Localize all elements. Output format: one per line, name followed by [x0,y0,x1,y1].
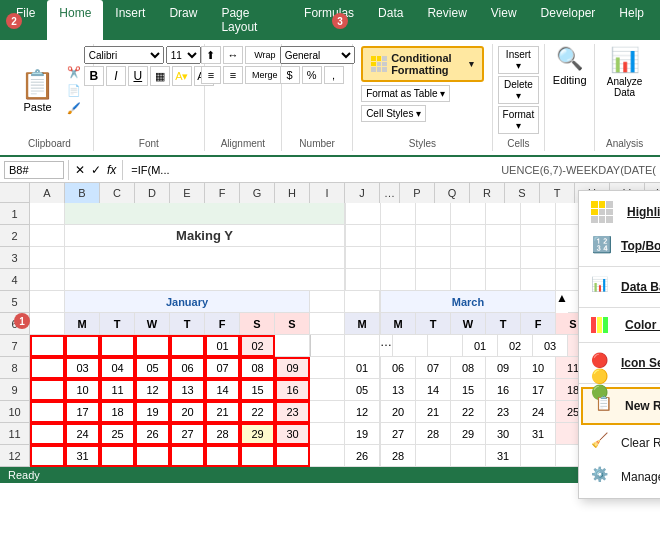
cell-a3[interactable] [30,247,65,269]
cell-j10[interactable]: 12 [345,401,380,423]
cell-e11[interactable]: 27 [170,423,205,445]
col-header-j[interactable]: J [345,183,380,203]
cell-c9[interactable]: 11 [100,379,135,401]
cell-p3[interactable] [346,247,381,269]
cell-mar-w7[interactable]: 01 [463,335,498,357]
cell-i12[interactable] [310,445,345,467]
insert-cells-button[interactable]: Insert ▾ [498,46,540,74]
cell-q3[interactable] [381,247,416,269]
cell-h7[interactable] [275,335,310,357]
cell-mar-2[interactable] [428,335,463,357]
cell-mar-th10[interactable]: 23 [486,401,521,423]
highlight-cells-rules-item[interactable]: Highlight Cells Rules [579,195,660,229]
cell-i8[interactable] [310,357,345,379]
cell-f9[interactable]: 14 [205,379,240,401]
cell-a11[interactable] [30,423,65,445]
col-header-s[interactable]: S [505,183,540,203]
cell-mar-m12[interactable]: 28 [381,445,416,467]
cell-b7[interactable] [65,335,100,357]
col-header-e[interactable]: E [170,183,205,203]
cell-b8[interactable]: 03 [65,357,100,379]
row-header-5[interactable]: 5 [0,291,30,313]
col-header-q[interactable]: Q [435,183,470,203]
align-middle-button[interactable]: ↔ [223,46,243,64]
cell-p2[interactable] [346,225,381,247]
cell-d9[interactable]: 12 [135,379,170,401]
cell-t1[interactable] [486,203,521,225]
top-bottom-rules-item[interactable]: 🔢 Top/Bottom Rules [579,229,660,263]
underline-button[interactable]: U [128,66,148,86]
row-header-12[interactable]: 12 [0,445,30,467]
cell-j7-feb[interactable] [345,335,380,357]
cell-mar-m10[interactable]: 20 [381,401,416,423]
cell-a2[interactable] [30,225,65,247]
icon-sets-item[interactable]: 🔴🟡🟢 Icon Sets [579,346,660,380]
cell-h12[interactable] [275,445,310,467]
cell-r3[interactable] [416,247,451,269]
cell-reference-input[interactable] [4,161,64,179]
cell-t4[interactable] [486,269,521,291]
cell-t2[interactable] [486,225,521,247]
cell-mar-f11[interactable]: 31 [521,423,556,445]
cell-a8[interactable] [30,357,65,379]
row-header-1[interactable]: 1 [0,203,30,225]
cell-s2[interactable] [451,225,486,247]
cell-e8[interactable]: 06 [170,357,205,379]
cell-f7[interactable]: 01 [205,335,240,357]
cell-s1[interactable] [451,203,486,225]
cell-c8[interactable]: 04 [100,357,135,379]
cell-i11[interactable] [310,423,345,445]
cell-j5[interactable] [345,291,380,313]
cell-c7[interactable] [100,335,135,357]
cell-u2[interactable] [521,225,556,247]
row-header-9[interactable]: 9 [0,379,30,401]
cell-i10[interactable] [310,401,345,423]
cell-q4[interactable] [381,269,416,291]
cell-j9[interactable]: 05 [345,379,380,401]
cell-mar-w9[interactable]: 15 [451,379,486,401]
cell-mar-f12[interactable] [521,445,556,467]
align-center-button[interactable]: ≡ [223,66,243,84]
cell-mar-f8[interactable]: 10 [521,357,556,379]
cell-mar-t12[interactable] [416,445,451,467]
cell-r1[interactable] [416,203,451,225]
col-header-g[interactable]: G [240,183,275,203]
row-header-8[interactable]: 8 [0,357,30,379]
bold-button[interactable]: B [84,66,104,86]
col-header-p[interactable]: P [400,183,435,203]
cell-a9[interactable] [30,379,65,401]
cell-b12[interactable]: 31 [65,445,100,467]
cell-h10[interactable]: 23 [275,401,310,423]
cell-d11[interactable]: 26 [135,423,170,445]
manage-rules-item[interactable]: ⚙️ Manage Rules... [579,460,660,494]
cell-d8[interactable]: 05 [135,357,170,379]
cell-f8[interactable]: 07 [205,357,240,379]
copy-button[interactable]: 📄 [63,82,85,99]
delete-cells-button[interactable]: Delete ▾ [498,76,540,104]
align-left-button[interactable]: ≡ [201,66,221,84]
tab-insert[interactable]: Insert [103,0,157,40]
cell-u1[interactable] [521,203,556,225]
cell-mar-t10[interactable]: 21 [416,401,451,423]
col-header-t[interactable]: T [540,183,575,203]
cell-a6[interactable] [30,313,65,335]
cell-mar-th12[interactable]: 31 [486,445,521,467]
font-size-select[interactable]: 11 [166,46,201,64]
cell-u3[interactable] [521,247,556,269]
cell-s3[interactable] [451,247,486,269]
cell-mar-f7[interactable]: 03 [533,335,568,357]
cell-styles-button[interactable]: Cell Styles ▾ [361,105,426,122]
formula-input[interactable] [127,162,497,178]
cell-q2[interactable] [381,225,416,247]
cell-j12[interactable]: 26 [345,445,380,467]
tab-data[interactable]: Data [366,0,415,40]
format-cells-button[interactable]: Format ▾ [498,106,540,134]
cell-r4[interactable] [416,269,451,291]
tab-draw[interactable]: Draw [157,0,209,40]
font-family-select[interactable]: Calibri [84,46,164,64]
data-bars-item[interactable]: 📊 Data Bars [579,270,660,304]
cell-mar-m8[interactable]: 06 [381,357,416,379]
col-header-a[interactable]: A [30,183,65,203]
cell-r2[interactable] [416,225,451,247]
col-header-i[interactable]: I [310,183,345,203]
